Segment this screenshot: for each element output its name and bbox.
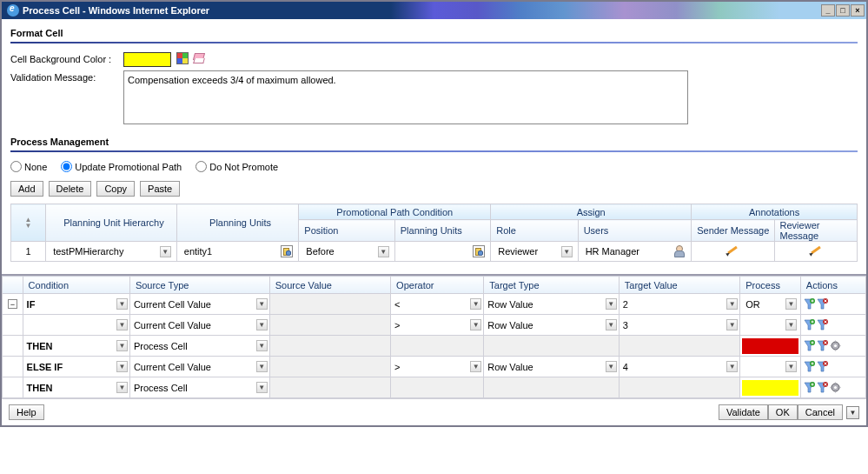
chevron-down-icon[interactable]: ▼ bbox=[256, 382, 268, 393]
pencil-icon[interactable] bbox=[810, 244, 822, 257]
process-color-swatch[interactable] bbox=[742, 338, 798, 354]
chevron-down-icon[interactable]: ▼ bbox=[116, 340, 128, 351]
copy-button[interactable]: Copy bbox=[96, 181, 135, 197]
planning-units-select[interactable]: entity1 bbox=[181, 245, 295, 257]
source-type-dropdown[interactable]: Current Cell Value▼ bbox=[130, 298, 269, 310]
delete-button[interactable]: Delete bbox=[49, 181, 92, 197]
condition-dropdown[interactable]: ELSE IF▼ bbox=[23, 361, 129, 372]
col-planning-unit-hierarchy[interactable]: Planning Unit Hierarchy bbox=[46, 204, 177, 242]
eraser-icon[interactable] bbox=[194, 52, 204, 64]
chevron-down-icon[interactable]: ▼ bbox=[116, 361, 128, 372]
rule-row[interactable]: ▼ Current Cell Value▼ >▼ Row Value▼ 3▼ ▼ bbox=[3, 315, 866, 336]
process-dropdown[interactable]: ▼ bbox=[742, 361, 798, 372]
col-process[interactable]: Process bbox=[740, 277, 801, 294]
target-type-dropdown[interactable]: Row Value▼ bbox=[484, 361, 618, 372]
palette-icon[interactable] bbox=[176, 52, 189, 64]
gear-icon[interactable] bbox=[830, 340, 841, 351]
chevron-down-icon[interactable]: ▼ bbox=[606, 319, 617, 330]
source-value-cell[interactable] bbox=[269, 294, 390, 315]
chevron-down-icon[interactable]: ▼ bbox=[606, 298, 617, 310]
remove-filter-icon[interactable] bbox=[817, 340, 828, 351]
col-planning-units[interactable]: Planning Units bbox=[176, 204, 299, 242]
process-dropdown[interactable]: OR▼ bbox=[742, 298, 798, 310]
role-dropdown[interactable]: Reviewer▼ bbox=[494, 246, 573, 257]
source-type-dropdown[interactable]: Process Cell▼ bbox=[130, 382, 269, 393]
condition-dropdown[interactable]: THEN▼ bbox=[23, 382, 129, 393]
source-type-dropdown[interactable]: Current Cell Value▼ bbox=[130, 319, 269, 330]
paste-button[interactable]: Paste bbox=[140, 181, 180, 197]
source-type-dropdown[interactable]: Current Cell Value▼ bbox=[130, 361, 269, 372]
chevron-down-icon[interactable]: ▼ bbox=[470, 298, 481, 310]
add-button[interactable]: Add bbox=[10, 181, 43, 197]
target-type-dropdown[interactable]: Row Value▼ bbox=[484, 298, 618, 310]
puh-dropdown[interactable]: testPMHierarchy▼ bbox=[50, 246, 173, 257]
col-planning-units-2[interactable]: Planning Units bbox=[394, 220, 490, 242]
user-icon[interactable] bbox=[673, 245, 686, 257]
remove-filter-icon[interactable] bbox=[817, 382, 828, 393]
target-value-dropdown[interactable]: 2▼ bbox=[620, 298, 739, 310]
col-target-value[interactable]: Target Value bbox=[619, 277, 739, 294]
expander-icon[interactable]: − bbox=[8, 299, 17, 309]
col-source-type[interactable]: Source Type bbox=[129, 277, 269, 294]
bg-color-swatch[interactable] bbox=[123, 52, 171, 67]
chevron-down-icon[interactable]: ▼ bbox=[256, 319, 268, 330]
rule-row[interactable]: − IF▼ Current Cell Value▼ <▼ Row Value▼ … bbox=[3, 294, 866, 315]
condition-dropdown[interactable]: ▼ bbox=[23, 319, 129, 330]
gear-icon[interactable] bbox=[830, 382, 841, 393]
operator-dropdown[interactable]: >▼ bbox=[391, 319, 483, 330]
cancel-button[interactable]: Cancel bbox=[798, 404, 843, 420]
minimize-button[interactable]: _ bbox=[821, 4, 835, 17]
planning-unit-icon[interactable] bbox=[281, 245, 293, 257]
radio-none[interactable]: None bbox=[10, 161, 47, 172]
chevron-down-icon[interactable]: ▼ bbox=[726, 319, 738, 330]
chevron-down-icon[interactable]: ▼ bbox=[785, 361, 797, 372]
remove-filter-icon[interactable] bbox=[817, 298, 828, 310]
rule-row[interactable]: THEN▼ Process Cell▼ bbox=[3, 336, 866, 357]
add-filter-icon[interactable] bbox=[804, 340, 815, 351]
chevron-down-icon[interactable]: ▼ bbox=[116, 382, 128, 393]
chevron-down-icon[interactable]: ▼ bbox=[256, 298, 268, 310]
validation-msg-input[interactable] bbox=[123, 70, 688, 124]
maximize-button[interactable]: □ bbox=[836, 4, 850, 17]
col-position[interactable]: Position bbox=[299, 220, 394, 242]
col-role[interactable]: Role bbox=[491, 220, 578, 242]
remove-filter-icon[interactable] bbox=[817, 361, 828, 372]
chevron-down-icon[interactable]: ▼ bbox=[470, 361, 481, 372]
chevron-down-icon[interactable]: ▼ bbox=[378, 246, 389, 257]
col-source-value[interactable]: Source Value bbox=[269, 277, 390, 294]
radio-update-path[interactable]: Update Promotional Path bbox=[61, 161, 182, 172]
col-actions[interactable]: Actions bbox=[800, 277, 865, 294]
target-type-dropdown[interactable]: Row Value▼ bbox=[484, 319, 618, 330]
process-color-swatch[interactable] bbox=[742, 380, 798, 396]
help-button[interactable]: Help bbox=[9, 404, 44, 420]
chevron-down-icon[interactable]: ▼ bbox=[256, 340, 268, 351]
rule-row[interactable]: THEN▼ Process Cell▼ bbox=[3, 377, 866, 398]
planning-units-2-select[interactable] bbox=[399, 245, 487, 257]
sort-arrows-icon[interactable]: ▲▼ bbox=[11, 217, 45, 229]
operator-dropdown[interactable]: <▼ bbox=[391, 298, 483, 310]
users-select[interactable]: HR Manager bbox=[582, 245, 688, 257]
close-button[interactable]: × bbox=[851, 4, 865, 17]
chevron-down-icon[interactable]: ▼ bbox=[726, 298, 738, 310]
chevron-down-icon[interactable]: ▼ bbox=[116, 319, 128, 330]
col-condition[interactable]: Condition bbox=[23, 277, 129, 294]
ok-button[interactable]: OK bbox=[768, 404, 798, 420]
add-filter-icon[interactable] bbox=[804, 319, 815, 330]
chevron-down-icon[interactable]: ▼ bbox=[160, 246, 171, 257]
chevron-down-icon[interactable]: ▼ bbox=[785, 298, 797, 310]
chevron-down-icon[interactable]: ▼ bbox=[116, 298, 128, 310]
radio-do-not-promote[interactable]: Do Not Promote bbox=[195, 161, 278, 172]
chevron-down-icon[interactable]: ▼ bbox=[785, 319, 797, 330]
scroll-down-icon[interactable]: ▼ bbox=[846, 406, 859, 419]
pencil-icon[interactable] bbox=[726, 244, 739, 257]
col-target-type[interactable]: Target Type bbox=[484, 277, 619, 294]
add-filter-icon[interactable] bbox=[804, 298, 815, 310]
col-sender-msg[interactable]: Sender Message bbox=[692, 220, 774, 242]
add-filter-icon[interactable] bbox=[804, 382, 815, 393]
col-operator[interactable]: Operator bbox=[391, 277, 484, 294]
table-row[interactable]: 1 testPMHierarchy▼ entity1 Before▼ Revie… bbox=[11, 242, 858, 262]
col-reviewer-msg[interactable]: Reviewer Message bbox=[774, 220, 857, 242]
chevron-down-icon[interactable]: ▼ bbox=[470, 319, 481, 330]
condition-dropdown[interactable]: THEN▼ bbox=[23, 340, 129, 351]
source-value-cell[interactable] bbox=[269, 357, 390, 377]
